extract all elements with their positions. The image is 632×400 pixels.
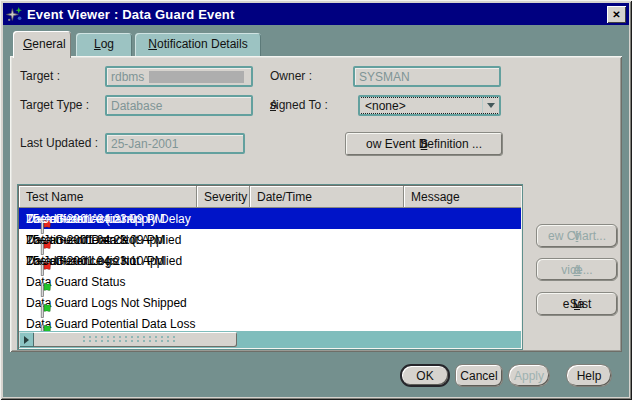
target-label: Target : (20, 69, 60, 83)
event-viewer-dialog: Event Viewer : Data Guard Event ✕ Genera… (0, 0, 632, 400)
table-header-row: Test Name Severity Date/Time Message (19, 186, 521, 208)
dropdown-arrow-button[interactable] (482, 97, 499, 114)
column-header-message[interactable]: Message (404, 186, 521, 208)
table-row[interactable]: Data Guard Logs Not Shipped (19, 292, 521, 313)
redacted-target-name (149, 71, 244, 83)
arrow-right-icon (24, 336, 29, 344)
close-button[interactable]: ✕ (607, 6, 626, 23)
column-header-test-name[interactable]: Test Name (19, 186, 197, 208)
owner-label: Owner : (270, 69, 312, 83)
tab-notification-details[interactable]: Notification Details (135, 33, 261, 56)
close-icon: ✕ (612, 9, 620, 20)
show-event-definition-button[interactable]: Show Event Definition ... (345, 132, 503, 156)
advice-button[interactable]: Advice... (536, 258, 618, 281)
general-tab-panel: Target : rdbms Owner : SYSMAN Target Typ… (10, 56, 622, 352)
last-updated-field: 25-Jan-2001 (105, 133, 245, 154)
events-sparkle-icon (6, 6, 23, 23)
cancel-button[interactable]: Cancel (455, 364, 503, 387)
column-header-severity[interactable]: Severity (197, 186, 250, 208)
table-row[interactable]: Data Guard Logs Not Applied 25-Jan-2001 … (19, 250, 521, 271)
tab-log[interactable]: Log (76, 33, 132, 56)
owner-field: SYSMAN (353, 66, 501, 87)
help-button[interactable]: Help (566, 364, 612, 387)
apply-button[interactable]: Apply (508, 364, 550, 387)
table-row[interactable]: Data Guard Status (19, 271, 521, 292)
column-header-date-time[interactable]: Date/Time (250, 186, 404, 208)
target-type-label: Target Type : (20, 98, 89, 112)
events-table: Test Name Severity Date/Time Message Dat… (17, 184, 523, 350)
scrollbar-thumb[interactable] (19, 332, 237, 347)
save-list-button[interactable]: Save List (536, 292, 618, 316)
title-bar[interactable]: Event Viewer : Data Guard Event ✕ (3, 3, 629, 25)
table-row[interactable]: Data Guard Actual Apply Delay 25-Jan-200… (19, 208, 521, 229)
scroll-right-button[interactable] (19, 332, 34, 347)
target-field: rdbms (105, 66, 253, 87)
assigned-to-dropdown[interactable]: <none> (358, 95, 501, 116)
window-title: Event Viewer : Data Guard Event (27, 7, 235, 22)
table-body: Data Guard Actual Apply Delay 25-Jan-200… (19, 208, 521, 331)
view-chart-button[interactable]: View Chart... (536, 224, 618, 248)
ok-button[interactable]: OK (400, 364, 450, 387)
last-updated-label: Last Updated : (20, 136, 98, 150)
table-row[interactable]: Data Guard Data Not Applied 25-Jan-2001 … (19, 229, 521, 250)
thumb-grip-dots (81, 335, 176, 344)
horizontal-scrollbar[interactable] (19, 331, 521, 348)
dialog-client-area: General Log Notification Details Target … (3, 25, 629, 397)
target-type-field: Database (105, 95, 253, 116)
chevron-down-icon (487, 103, 495, 108)
tab-general[interactable]: General (13, 31, 71, 58)
